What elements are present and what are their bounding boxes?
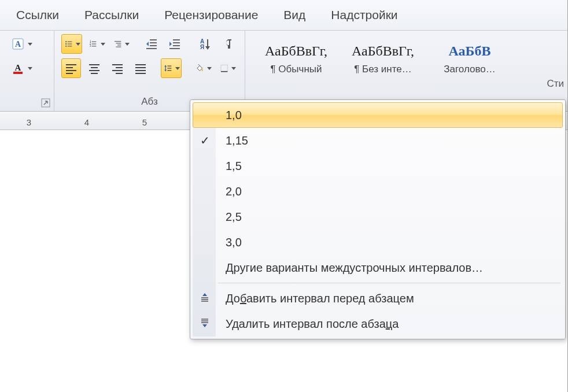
menu-item-label: 2,5 (216, 210, 242, 224)
menu-item-label: Добавить интервал перед абзацем (216, 292, 414, 305)
align-right-icon (110, 61, 124, 75)
style-preview: АаБбВ (430, 38, 510, 64)
paint-bucket-icon (195, 61, 204, 75)
line-spacing-option-3[interactable]: 3,0 (193, 230, 563, 255)
dropdown-arrow-icon (125, 43, 130, 46)
line-spacing-button[interactable] (161, 58, 182, 78)
svg-marker-25 (146, 42, 149, 46)
svg-marker-60 (202, 293, 207, 296)
svg-text:Я: Я (200, 44, 204, 50)
ruler-number: 3 (27, 117, 31, 127)
svg-rect-58 (221, 65, 227, 71)
align-center-icon (87, 61, 101, 75)
group-font: A A (0, 31, 54, 111)
svg-rect-3 (13, 72, 23, 74)
style-name: Заголово… (430, 64, 510, 75)
remove-space-after-paragraph[interactable]: Удалить интервал после абзаца (193, 311, 563, 336)
checkmark-icon: ✓ (193, 134, 216, 147)
launcher-icon (41, 98, 50, 108)
tab-references[interactable]: Ссылки (16, 8, 59, 22)
tab-view[interactable]: Вид (283, 8, 305, 22)
dropdown-arrow-icon (231, 67, 236, 70)
text-effects-button[interactable]: A (8, 34, 35, 54)
line-spacing-option-2-5[interactable]: 2,5 (193, 204, 563, 230)
multilevel-list-icon (113, 37, 122, 51)
tab-mailings[interactable]: Рассылки (84, 8, 139, 22)
menu-item-label: 2,0 (216, 185, 242, 198)
line-spacing-option-1-5[interactable]: 1,5 (193, 153, 563, 179)
group-styles-label: Сти (256, 77, 567, 93)
remove-space-after-icon (193, 317, 216, 331)
borders-button[interactable] (217, 58, 238, 78)
justify-button[interactable] (131, 58, 150, 78)
style-name: ¶ Обычный (256, 64, 336, 75)
add-space-before-paragraph[interactable]: Добавить интервал перед абзацем (193, 286, 563, 311)
svg-point-6 (65, 43, 67, 45)
style-gallery[interactable]: АаБбВвГг, ¶ Обычный АаБбВвГг, ¶ Без инте… (256, 34, 567, 77)
line-spacing-menu: 1,0 ✓ 1,15 1,5 2,0 2,5 3,0 Другие вариан… (190, 99, 566, 339)
align-left-icon (64, 61, 78, 75)
svg-marker-34 (205, 46, 210, 50)
font-dialog-launcher[interactable] (41, 98, 50, 108)
svg-point-7 (65, 46, 67, 47)
dropdown-arrow-icon (28, 43, 32, 46)
sort-icon: AЯ (198, 37, 212, 51)
align-left-button[interactable] (61, 58, 81, 78)
style-no-spacing[interactable]: АаБбВвГг, ¶ Без инте… (342, 36, 423, 77)
style-preview: АаБбВвГг, (256, 38, 336, 64)
svg-marker-55 (164, 65, 167, 66)
menu-item-label: Другие варианты междустрочных интервалов… (216, 261, 483, 275)
pilcrow-icon (221, 37, 235, 51)
style-name: ¶ Без инте… (343, 64, 423, 75)
shading-button[interactable] (192, 58, 213, 78)
tab-review[interactable]: Рецензирование (164, 8, 258, 22)
svg-text:3: 3 (90, 45, 91, 47)
group-font-label (8, 95, 48, 111)
svg-text:A: A (15, 40, 21, 49)
menu-item-label: 1,0 (216, 109, 242, 122)
line-spacing-icon (164, 61, 172, 75)
dropdown-arrow-icon (76, 43, 80, 46)
svg-point-57 (202, 69, 204, 71)
ribbon-tabs: Ссылки Рассылки Рецензирование Вид Надст… (0, 0, 567, 31)
menu-item-label: 3,0 (216, 236, 242, 249)
menu-item-label: 1,15 (216, 134, 248, 147)
increase-indent-button[interactable] (165, 34, 185, 54)
bullets-icon (64, 37, 73, 51)
style-preview: АаБбВвГг, (343, 38, 423, 64)
bullets-button[interactable] (61, 34, 82, 54)
decrease-indent-icon (145, 37, 158, 51)
menu-item-label: Удалить интервал после абзаца (216, 317, 399, 331)
show-marks-button[interactable] (218, 34, 238, 54)
align-right-button[interactable] (108, 58, 127, 78)
svg-marker-56 (164, 70, 167, 72)
dropdown-arrow-icon (101, 43, 105, 46)
dropdown-arrow-icon (207, 67, 212, 70)
svg-marker-67 (202, 324, 207, 327)
line-spacing-option-1[interactable]: 1,0 (193, 102, 563, 128)
numbering-icon: 123 (88, 37, 97, 51)
tab-addins[interactable]: Надстройки (331, 8, 397, 22)
font-color-button[interactable]: A (8, 58, 35, 78)
style-heading1[interactable]: АаБбВ Заголово… (429, 36, 510, 77)
increase-indent-icon (168, 37, 182, 51)
menu-item-label: 1,5 (216, 160, 242, 173)
multilevel-list-button[interactable] (110, 34, 131, 54)
svg-text:A: A (15, 63, 21, 72)
align-center-button[interactable] (84, 58, 104, 78)
add-space-before-icon (193, 292, 216, 305)
dropdown-arrow-icon (175, 67, 180, 70)
sort-button[interactable]: AЯ (195, 34, 215, 54)
svg-point-5 (65, 41, 67, 42)
line-spacing-other-options[interactable]: Другие варианты междустрочных интервалов… (193, 255, 563, 280)
line-spacing-option-1-15[interactable]: ✓ 1,15 (193, 128, 563, 153)
svg-marker-30 (169, 42, 172, 46)
ruler-number: 4 (84, 117, 89, 127)
numbering-button[interactable]: 123 (86, 34, 106, 54)
line-spacing-option-2[interactable]: 2,0 (193, 179, 563, 204)
justify-icon (134, 61, 147, 75)
decrease-indent-button[interactable] (142, 34, 161, 54)
font-color-icon: A (11, 61, 25, 75)
style-normal[interactable]: АаБбВвГг, ¶ Обычный (256, 36, 337, 77)
menu-separator (218, 283, 560, 283)
